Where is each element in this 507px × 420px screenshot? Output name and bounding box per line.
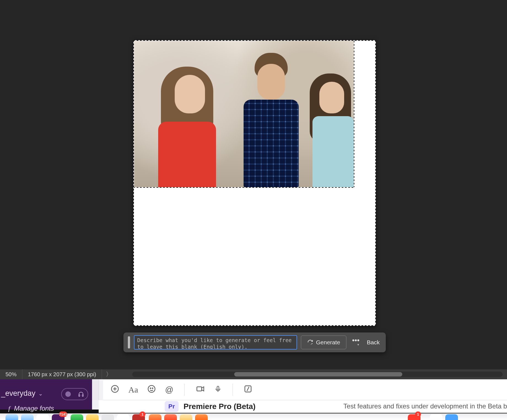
status-chevron-icon[interactable]: 〉 xyxy=(102,370,116,378)
slash-command-button[interactable] xyxy=(244,385,252,395)
figure-woman-teal xyxy=(299,58,354,188)
dock-app-icon[interactable] xyxy=(149,414,161,420)
dock-app-icon[interactable] xyxy=(36,414,49,420)
back-button[interactable]: Back xyxy=(365,339,381,346)
plus-icon xyxy=(111,385,119,393)
attach-button[interactable] xyxy=(111,385,119,395)
zoom-level[interactable]: 50% xyxy=(0,369,22,379)
svg-point-1 xyxy=(311,344,311,345)
image-editor-area: Generate ••• ▾ Back xyxy=(0,0,507,369)
channel-name: _everyday xyxy=(1,389,36,398)
document-dimensions[interactable]: 1760 px x 2077 px (300 ppi) xyxy=(22,369,102,379)
creative-cloud-app-row[interactable]: Pr Premiere Pro (Beta) Test features and… xyxy=(99,400,507,413)
svg-rect-10 xyxy=(197,387,202,391)
dock-app-icon[interactable] xyxy=(117,414,130,420)
svg-point-9 xyxy=(152,388,153,389)
svg-rect-3 xyxy=(82,395,83,396)
audio-button[interactable] xyxy=(214,384,222,395)
notification-badge: 1 xyxy=(139,411,145,417)
dock-app-icon[interactable]: 7141 xyxy=(52,414,64,420)
mention-button[interactable]: @ xyxy=(165,385,173,394)
figure-man-plaid xyxy=(233,45,304,188)
font-icon: f xyxy=(8,405,10,412)
channel-selector[interactable]: _everyday ⌄ xyxy=(1,389,43,398)
drag-grip-icon[interactable] xyxy=(128,336,130,348)
prompt-input[interactable] xyxy=(134,335,297,350)
svg-point-7 xyxy=(148,385,155,392)
dock-app-icon[interactable] xyxy=(6,414,18,420)
generative-fill-bar: Generate ••• ▾ Back xyxy=(123,332,386,352)
toolbar-separator xyxy=(233,384,233,396)
emoji-button[interactable] xyxy=(147,385,156,395)
svg-line-15 xyxy=(247,387,249,391)
dock-app-icon[interactable] xyxy=(180,414,192,420)
slash-icon xyxy=(244,385,252,393)
editor-status-bar: 50% 1760 px x 2077 px (300 ppi) 〉 xyxy=(0,369,507,379)
chat-sidebar-fragment: _everyday ⌄ f Manage fonts xyxy=(0,379,92,410)
toolbar-separator xyxy=(184,384,185,396)
notification-badge: 7141 xyxy=(59,411,67,417)
dock-app-icon[interactable] xyxy=(164,414,177,420)
microphone-icon xyxy=(214,384,222,393)
message-composer-toolbar: Aa @ xyxy=(103,379,507,400)
dock-app-icon[interactable]: 1 xyxy=(132,414,145,420)
video-icon xyxy=(196,385,205,393)
huddle-pill[interactable] xyxy=(61,388,88,400)
macos-dock[interactable]: 7141 1 1 xyxy=(0,413,507,420)
dock-app-icon[interactable]: 1 xyxy=(408,414,420,420)
app-description-fragment: Test features and fixes under developmen… xyxy=(343,402,507,410)
dock-app-icon[interactable] xyxy=(430,414,443,420)
generate-button-label: Generate xyxy=(316,339,340,346)
svg-rect-12 xyxy=(217,386,219,390)
generate-button[interactable]: Generate xyxy=(301,336,347,349)
figure-woman-red xyxy=(144,50,227,188)
chevron-down-icon: ⌄ xyxy=(38,390,43,397)
horizontal-scrollbar[interactable] xyxy=(132,372,503,377)
dock-app-icon[interactable] xyxy=(101,414,114,420)
svg-marker-11 xyxy=(202,387,204,391)
background-window-strip: _everyday ⌄ f Manage fonts Aa @ xyxy=(0,379,507,410)
svg-point-0 xyxy=(312,343,312,344)
headphones-icon xyxy=(78,391,84,397)
placed-image[interactable] xyxy=(133,40,354,188)
ellipsis-icon: ••• xyxy=(352,338,360,342)
manage-fonts-label: Manage fonts xyxy=(14,405,54,412)
app-title: Premiere Pro (Beta) xyxy=(184,402,255,411)
svg-point-8 xyxy=(150,388,151,389)
dock-app-icon[interactable] xyxy=(445,414,458,420)
dock-app-icon[interactable] xyxy=(21,414,34,420)
dock-app-icon[interactable] xyxy=(195,414,208,420)
video-button[interactable] xyxy=(196,385,205,395)
presence-dot-icon xyxy=(65,391,71,397)
notification-badge: 1 xyxy=(415,411,421,417)
horizontal-scrollbar-thumb[interactable] xyxy=(234,372,402,377)
more-options-button[interactable]: ••• ▾ xyxy=(350,338,361,347)
premiere-pro-badge-icon: Pr xyxy=(165,401,179,412)
emoji-icon xyxy=(147,385,156,393)
caret-down-icon: ▾ xyxy=(357,343,359,347)
panel-divider xyxy=(92,379,99,400)
regenerate-icon xyxy=(307,339,313,345)
dock-app-icon[interactable] xyxy=(71,414,83,420)
svg-rect-2 xyxy=(79,395,80,396)
dock-app-icon[interactable] xyxy=(86,414,99,420)
format-button[interactable]: Aa xyxy=(128,385,138,394)
manage-fonts-row[interactable]: f Manage fonts xyxy=(8,405,54,412)
